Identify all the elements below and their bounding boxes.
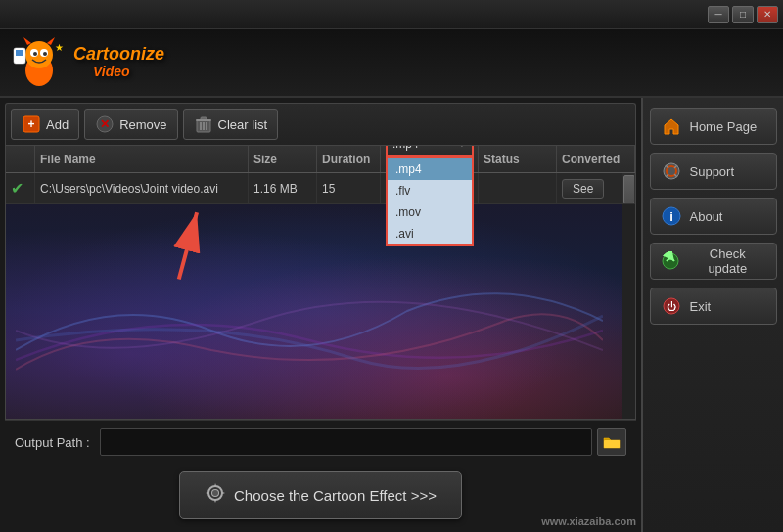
watermark: www.xiazaiba.com	[541, 515, 636, 527]
check-update-button[interactable]: Check update	[650, 243, 777, 280]
output-path-row: Output Path :	[5, 420, 636, 464]
remove-label: Remove	[119, 117, 166, 132]
logo-text: Cartoonize Video	[73, 45, 164, 79]
svg-rect-17	[196, 119, 211, 121]
table-row: ✔ C:\Users\pc\Videos\Joint video.avi 1.1…	[6, 173, 635, 204]
maximize-button[interactable]: □	[732, 6, 754, 23]
folder-button[interactable]	[597, 428, 626, 456]
svg-line-22	[155, 212, 221, 279]
remove-icon: ✕	[95, 114, 115, 134]
svg-text:⏻: ⏻	[667, 301, 676, 312]
svg-marker-6	[23, 37, 31, 45]
support-button[interactable]: Support	[650, 153, 777, 190]
row-size: 1.16 MB	[249, 173, 317, 203]
svg-point-4	[33, 52, 37, 56]
trash-icon	[194, 114, 213, 134]
svg-text:i: i	[669, 209, 673, 224]
remove-button[interactable]: ✕ Remove	[84, 109, 177, 140]
col-status-header: Status	[479, 146, 557, 172]
col-check-header	[6, 146, 35, 172]
home-label: Home Page	[690, 119, 758, 134]
app-header: ★ Cartoonize Video	[0, 29, 783, 98]
file-list-header: File Name Size Duration Output Type Stat…	[6, 146, 635, 173]
svg-rect-9	[16, 50, 23, 56]
col-filename-header: File Name	[35, 146, 249, 172]
dropdown-selected[interactable]: .mp4 ▼	[386, 145, 474, 156]
about-label: About	[690, 209, 723, 224]
check-update-icon	[661, 250, 682, 272]
logo-icon: ★	[10, 33, 69, 92]
gear-icon	[205, 482, 226, 509]
output-type-dropdown[interactable]: .mp4 ▼ .mp4 .flv .mov .avi	[386, 145, 474, 246]
dropdown-value: .mp4	[392, 145, 419, 151]
dropdown-item-flv[interactable]: .flv	[388, 180, 472, 201]
about-icon: i	[661, 205, 682, 227]
svg-text:✕: ✕	[100, 117, 110, 131]
row-status	[479, 173, 557, 203]
exit-label: Exit	[690, 299, 712, 314]
left-panel: + Add ✕ Remove	[0, 98, 641, 532]
output-path-label: Output Path :	[15, 435, 90, 450]
close-button[interactable]: ✕	[757, 6, 778, 23]
add-label: Add	[46, 117, 69, 132]
svg-point-26	[212, 490, 218, 496]
col-size-header: Size	[249, 146, 317, 172]
clear-button[interactable]: Clear list	[183, 109, 279, 140]
check-icon: ✔	[11, 179, 23, 198]
dropdown-item-mov[interactable]: .mov	[388, 201, 472, 223]
add-icon: +	[22, 114, 41, 134]
support-label: Support	[690, 164, 735, 179]
svg-point-1	[25, 41, 53, 68]
dropdown-item-mp4[interactable]: .mp4	[388, 158, 472, 180]
exit-icon: ⏻	[661, 295, 682, 317]
file-list-area: File Name Size Duration Output Type Stat…	[5, 145, 636, 420]
logo-area: ★ Cartoonize Video	[10, 33, 164, 92]
check-update-label: Check update	[689, 246, 765, 276]
minimize-button[interactable]: ─	[708, 6, 729, 23]
scrollbar[interactable]	[622, 173, 635, 419]
col-converted-header: Converted	[557, 146, 635, 172]
svg-text:+: +	[27, 117, 34, 131]
svg-marker-7	[47, 37, 55, 45]
row-output: .mp4 ▼ .mp4 .flv .mov .avi	[381, 173, 479, 203]
home-page-button[interactable]: Home Page	[650, 108, 777, 145]
right-panel: Home Page Support i	[641, 98, 783, 532]
svg-point-35	[663, 253, 678, 269]
add-button[interactable]: + Add	[11, 109, 79, 140]
background-visual	[6, 204, 635, 419]
support-icon	[661, 160, 682, 182]
cartoon-effect-label: Choose the Cartoon Effect >>>	[234, 487, 437, 504]
row-duration: 15	[317, 173, 381, 203]
home-icon	[661, 115, 682, 137]
toolbar: + Add ✕ Remove	[5, 103, 636, 145]
main-container: + Add ✕ Remove	[0, 98, 783, 532]
clear-label: Clear list	[218, 117, 268, 132]
svg-point-5	[43, 52, 47, 56]
about-button[interactable]: i About	[650, 198, 777, 235]
dropdown-list: .mp4 .flv .mov .avi	[386, 156, 474, 246]
svg-text:★: ★	[55, 42, 64, 53]
row-check: ✔	[6, 173, 35, 203]
titlebar: ─ □ ✕	[0, 0, 783, 29]
row-filename: C:\Users\pc\Videos\Joint video.avi	[35, 173, 249, 203]
exit-button[interactable]: ⏻ Exit	[650, 288, 777, 325]
col-duration-header: Duration	[317, 146, 381, 172]
dropdown-arrow-icon: ▼	[457, 145, 467, 149]
see-button[interactable]: See	[562, 179, 604, 199]
row-converted: See	[557, 173, 635, 203]
cartoon-effect-button[interactable]: Choose the Cartoon Effect >>>	[179, 471, 462, 519]
dropdown-item-avi[interactable]: .avi	[388, 223, 472, 244]
output-path-input[interactable]	[100, 428, 592, 456]
svg-rect-23	[604, 440, 620, 448]
